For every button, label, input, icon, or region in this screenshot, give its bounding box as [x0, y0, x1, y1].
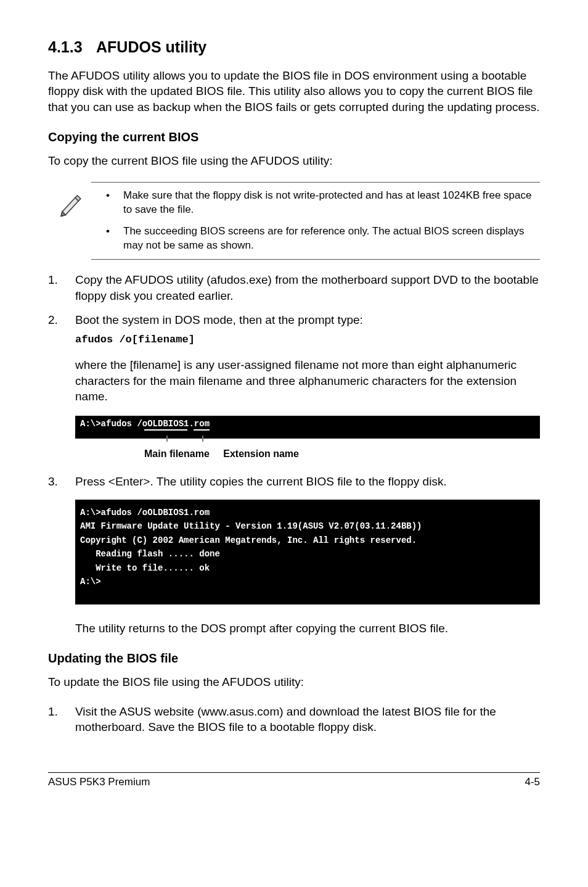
intro-paragraph: The AFUDOS utility allows you to update … [48, 68, 540, 115]
step-number: 1. [48, 704, 75, 735]
step-number: 2. [48, 312, 75, 347]
terminal-line: Copyright (C) 2002 American Megatrends, … [80, 534, 535, 547]
section-number: 4.1.3 [48, 37, 92, 58]
where-paragraph: where the [filename] is any user-assigne… [75, 357, 540, 405]
step-item: 2. Boot the system in DOS mode, then at … [48, 312, 540, 347]
step-text: Visit the ASUS website (www.asus.com) an… [75, 704, 540, 735]
extension-name-label: Extension name [223, 447, 299, 461]
footer-rule [48, 772, 540, 773]
update-lead: To update the BIOS file using the AFUDOS… [48, 674, 540, 690]
copy-lead: To copy the current BIOS file using the … [48, 153, 540, 169]
main-filename-label: Main filename [144, 447, 210, 461]
step-item: 3. Press <Enter>. The utility copies the… [48, 474, 540, 490]
terminal-output: A:\>afudos /oOLDBIOS1.rom AMI Firmware U… [75, 500, 540, 604]
section-title: AFUDOS utility [96, 38, 206, 56]
update-steps-list: 1. Visit the ASUS website (www.asus.com)… [48, 704, 540, 735]
step-text: Boot the system in DOS mode, then at the… [75, 312, 540, 347]
step-number: 1. [48, 272, 75, 303]
note-bullet-list: Make sure that the floppy disk is not wr… [94, 189, 536, 253]
footer-left: ASUS P5K3 Premium [48, 775, 150, 790]
step-item: 1. Visit the ASUS website (www.asus.com)… [48, 704, 540, 735]
copy-heading: Copying the current BIOS [48, 129, 540, 146]
note-bullet: Make sure that the floppy disk is not wr… [106, 189, 536, 217]
command-code: afudos /o[filename] [75, 333, 540, 347]
filename-labels: Main filename Extension name [144, 447, 540, 461]
terminal-output: A:\>afudos /oOLDBIOS1.rom [75, 416, 540, 439]
steps-list: 1. Copy the AFUDOS utility (afudos.exe) … [48, 272, 540, 347]
terminal-line: Reading flash ..... done [80, 547, 535, 561]
step-number: 3. [48, 474, 75, 490]
step-text-inner: Boot the system in DOS mode, then at the… [75, 313, 363, 326]
note-block: Make sure that the floppy disk is not wr… [91, 182, 540, 260]
steps-list-continued: 3. Press <Enter>. The utility copies the… [48, 474, 540, 490]
terminal-line: A:\> [80, 575, 535, 588]
page-footer: ASUS P5K3 Premium 4-5 [48, 775, 540, 790]
filename-diagram: A:\>afudos /oOLDBIOS1.rom Main filename … [75, 416, 540, 460]
after-copy-paragraph: The utility returns to the DOS prompt af… [75, 621, 540, 637]
terminal-line: Write to file...... ok [80, 561, 535, 575]
note-rule-bottom [91, 259, 540, 260]
section-heading: 4.1.3 AFUDOS utility [48, 37, 540, 58]
terminal-line: A:\>afudos /oOLDBIOS1.rom [80, 418, 535, 430]
step-text: Press <Enter>. The utility copies the cu… [75, 474, 540, 490]
step-item: 1. Copy the AFUDOS utility (afudos.exe) … [48, 272, 540, 303]
footer-right: 4-5 [525, 775, 540, 790]
update-heading: Updating the BIOS file [48, 650, 540, 667]
note-bullet: The succeeding BIOS screens are for refe… [106, 225, 536, 253]
step-text: Copy the AFUDOS utility (afudos.exe) fro… [75, 272, 540, 303]
pencil-note-icon [58, 189, 94, 253]
terminal-line: A:\>afudos /oOLDBIOS1.rom [80, 506, 535, 519]
terminal-line: AMI Firmware Update Utility - Version 1.… [80, 519, 535, 533]
